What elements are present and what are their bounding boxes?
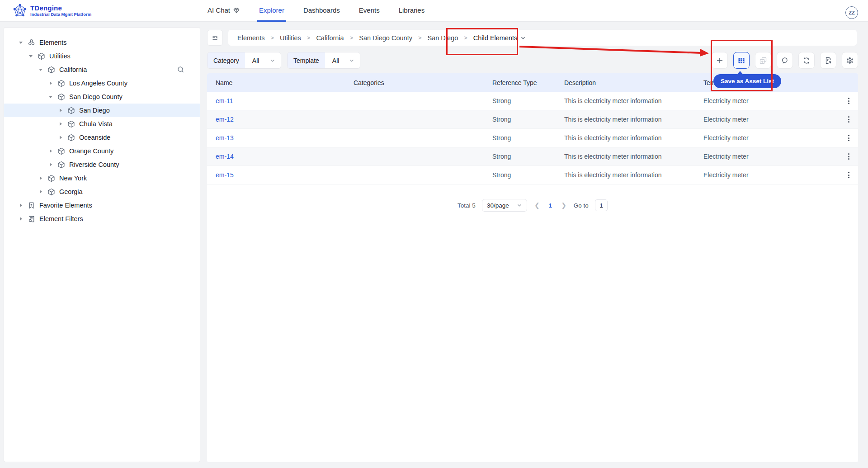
brand-name: TDengine	[30, 5, 91, 12]
template-filter-label: Template	[288, 52, 325, 68]
element-link[interactable]: em-11	[216, 97, 354, 104]
cell-template: Electricity meter	[703, 134, 839, 142]
search-table-button[interactable]	[777, 52, 793, 69]
tree-item-utilities[interactable]: Utilities	[4, 49, 200, 63]
breadcrumb-item[interactable]: Elements	[237, 34, 264, 42]
brand-subtitle: Industrial Data Mgmt Platform	[30, 12, 91, 17]
row-menu-icon[interactable]	[844, 115, 853, 123]
template-filter[interactable]: Template All	[287, 52, 360, 69]
collapse-tree-button[interactable]	[207, 30, 223, 46]
tree-item-label: Favorite Elements	[39, 202, 92, 209]
cube-icon	[67, 134, 75, 142]
cell-template: Electricity meter	[703, 97, 839, 104]
chevron-down-icon	[517, 203, 522, 208]
tree-item-orange-county[interactable]: Orange County	[4, 144, 200, 158]
tree-item-chula-vista[interactable]: Chula Vista	[4, 117, 200, 131]
goto-label: Go to	[574, 202, 589, 209]
row-menu-icon[interactable]	[844, 171, 853, 179]
top-bar: TDengine Industrial Data Mgmt Platform A…	[0, 0, 868, 22]
tree-item-label: Chula Vista	[79, 120, 113, 128]
tree-item-label: Los Angeles County	[69, 80, 127, 87]
search-icon	[781, 57, 789, 65]
element-link[interactable]: em-15	[216, 171, 354, 179]
tree-item-favorite-elements[interactable]: Favorite Elements	[4, 199, 200, 212]
breadcrumb-separator: >	[350, 34, 354, 41]
export-button[interactable]	[820, 52, 836, 69]
caret-down-icon[interactable]	[28, 55, 34, 57]
table-row: em-15 Strong This is electricity meter i…	[207, 166, 858, 184]
caret-right-icon[interactable]	[57, 109, 64, 112]
caret-right-icon[interactable]	[47, 163, 54, 166]
row-menu-icon[interactable]	[844, 134, 853, 142]
favorite-icon	[28, 202, 35, 209]
tree-item-label: California	[59, 66, 87, 73]
caret-right-icon[interactable]	[18, 217, 24, 221]
caret-right-icon[interactable]	[18, 203, 24, 207]
tree-item-los-angeles-county[interactable]: Los Angeles County	[4, 76, 200, 90]
table-view-icon	[737, 57, 745, 65]
table-row: em-11 Strong This is electricity meter i…	[207, 92, 858, 110]
tab-label: Dashboards	[303, 6, 340, 14]
caret-right-icon[interactable]	[47, 149, 54, 153]
current-page[interactable]: 1	[547, 202, 554, 209]
element-link[interactable]: em-12	[216, 116, 354, 123]
cell-reference-type: Strong	[492, 97, 564, 104]
add-element-button[interactable]	[712, 52, 728, 69]
tree-item-san-diego[interactable]: San Diego	[4, 104, 200, 117]
tree-item-label: San Diego County	[69, 93, 123, 100]
table-row: em-14 Strong This is electricity meter i…	[207, 147, 858, 166]
goto-page-input[interactable]	[595, 199, 608, 211]
element-link[interactable]: em-14	[216, 153, 354, 160]
caret-down-icon[interactable]	[18, 42, 24, 44]
cube-icon	[57, 80, 65, 87]
breadcrumb: Elements > Utilities > California > San …	[228, 30, 857, 46]
cube-icon	[47, 188, 55, 196]
tree-item-elements[interactable]: Elements	[4, 36, 200, 49]
category-filter[interactable]: Category All	[207, 52, 281, 69]
breadcrumb-item[interactable]: San Diego	[428, 34, 458, 42]
breadcrumb-item[interactable]: California	[316, 34, 344, 42]
tree-item-georgia[interactable]: Georgia	[4, 185, 200, 199]
table-view-button[interactable]	[733, 52, 750, 69]
caret-down-icon[interactable]	[47, 96, 54, 98]
row-menu-icon[interactable]	[844, 152, 853, 161]
tree-item-element-filters[interactable]: Element Filters	[4, 212, 200, 226]
tab-libraries[interactable]: Libraries	[397, 0, 427, 22]
tree-item-oceanside[interactable]: Oceanside	[4, 131, 200, 144]
child-elements-dropdown[interactable]: Child Elements	[473, 34, 526, 42]
refresh-button[interactable]	[798, 52, 815, 69]
settings-button[interactable]	[842, 52, 858, 69]
element-tree-panel: Elements Utilities California Los Angele…	[4, 27, 200, 462]
tab-explorer[interactable]: Explorer	[257, 0, 286, 22]
tree-item-label: Orange County	[69, 147, 113, 155]
element-link[interactable]: em-13	[216, 134, 354, 142]
tree-item-riverside-county[interactable]: Riverside County	[4, 158, 200, 171]
tree-item-new-york[interactable]: New York	[4, 171, 200, 185]
tree-item-california[interactable]: California	[4, 63, 200, 76]
cell-description: This is electricity meter information	[564, 97, 703, 104]
caret-right-icon[interactable]	[57, 122, 64, 126]
pagination: Total 5 30/page ❮ 1 ❯ Go to	[207, 199, 858, 212]
tab-ai-chat[interactable]: AI Chat	[206, 0, 242, 22]
next-page-button[interactable]: ❯	[560, 202, 567, 209]
tab-events[interactable]: Events	[357, 0, 382, 22]
caret-right-icon[interactable]	[38, 190, 44, 194]
breadcrumb-item[interactable]: San Diego County	[359, 34, 412, 42]
page-size-select[interactable]: 30/page	[482, 199, 527, 212]
tab-dashboards[interactable]: Dashboards	[302, 0, 342, 22]
main-nav: AI Chat Explorer Dashboards Events Libra…	[206, 0, 426, 22]
tree-item-san-diego-county[interactable]: San Diego County	[4, 90, 200, 104]
export-icon	[824, 57, 832, 65]
elements-cluster-icon	[28, 39, 35, 47]
user-avatar[interactable]: ZZ	[845, 6, 858, 19]
caret-right-icon[interactable]	[47, 81, 54, 85]
cube-icon	[57, 93, 65, 101]
cell-description: This is electricity meter information	[564, 153, 703, 160]
caret-right-icon[interactable]	[57, 136, 64, 139]
caret-right-icon[interactable]	[38, 176, 44, 180]
caret-down-icon[interactable]	[38, 69, 44, 71]
row-menu-icon[interactable]	[844, 97, 853, 105]
breadcrumb-item[interactable]: Utilities	[280, 34, 301, 42]
cube-icon	[57, 161, 65, 169]
prev-page-button[interactable]: ❮	[533, 202, 541, 209]
